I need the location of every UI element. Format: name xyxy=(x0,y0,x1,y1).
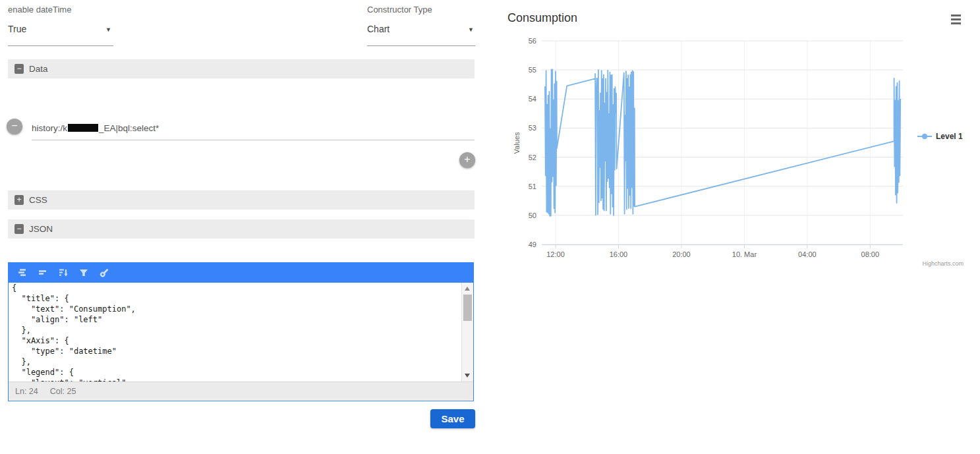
code-line: "layout": "vertical" xyxy=(9,378,473,382)
y-tick-label: 53 xyxy=(529,124,536,132)
y-tick-label: 54 xyxy=(529,95,536,103)
enable-datetime-underline xyxy=(8,45,113,46)
json-editor: { "title": { "text": "Consumption", "ali… xyxy=(8,262,474,401)
code-line: "xAxis": { xyxy=(9,335,473,346)
code-line: "legend": { xyxy=(9,367,473,378)
editor-scrollbar[interactable] xyxy=(461,283,473,382)
x-tick-label: 16:00 xyxy=(610,250,628,258)
code-line: "type": "datetime" xyxy=(9,346,473,356)
save-button[interactable]: Save xyxy=(430,409,475,428)
x-tick-label: 12:00 xyxy=(546,250,565,258)
y-tick-label: 55 xyxy=(529,66,536,74)
y-tick-label: 49 xyxy=(529,241,536,248)
code-line: "align": "left" xyxy=(9,314,473,325)
add-binding-button[interactable]: + xyxy=(459,152,475,168)
repair-icon[interactable] xyxy=(98,267,110,279)
json-section-header[interactable]: − JSON xyxy=(8,219,475,239)
x-tick-label: 04:00 xyxy=(798,250,817,258)
remove-binding-button[interactable]: − xyxy=(7,119,22,134)
chevron-down-icon[interactable]: ▼ xyxy=(468,26,474,33)
constructor-type-select[interactable]: Chart xyxy=(367,24,389,34)
collapse-minus-icon[interactable]: − xyxy=(14,64,24,74)
scroll-up-icon[interactable] xyxy=(465,287,470,291)
code-line: }, xyxy=(9,325,473,335)
history-binding-underline xyxy=(32,140,475,140)
history-binding-suffix: _EA|bql:select* xyxy=(99,123,159,133)
scroll-down-icon[interactable] xyxy=(465,374,470,378)
legend-item-level-1[interactable]: Level 1 xyxy=(917,132,963,141)
chart-title: Consumption xyxy=(507,11,577,24)
history-binding-input[interactable]: history:/k_EA|bql:select* xyxy=(32,123,159,133)
y-tick-label: 50 xyxy=(529,212,536,219)
css-section-label: CSS xyxy=(29,195,47,205)
code-line: }, xyxy=(9,356,473,367)
code-line: { xyxy=(9,283,473,293)
dashboard-config-page: enable dateTime True ▼ Constructor Type … xyxy=(0,0,980,454)
legend-label: Level 1 xyxy=(936,132,963,141)
code-line: "text": "Consumption", xyxy=(9,304,473,314)
cursor-col-indicator: Col: 25 xyxy=(50,387,76,396)
constructor-type-label: Constructor Type xyxy=(367,5,432,14)
json-code-area[interactable]: { "title": { "text": "Consumption", "ali… xyxy=(9,283,473,382)
filter-transform-icon[interactable] xyxy=(78,267,90,279)
highcharts-credit[interactable]: Highcharts.com xyxy=(922,260,964,267)
y-tick-label: 51 xyxy=(529,183,536,190)
y-tick-label: 56 xyxy=(529,37,536,45)
x-tick-label: 08:00 xyxy=(861,250,880,258)
chart-context-menu-icon[interactable] xyxy=(951,14,962,25)
x-tick-label: 10. Mar xyxy=(732,250,757,258)
collapse-minus-icon[interactable]: − xyxy=(14,224,24,234)
code-lines: { "title": { "text": "Consumption", "ali… xyxy=(9,283,473,382)
cursor-line-indicator: Ln: 24 xyxy=(15,387,38,396)
y-tick-label: 52 xyxy=(529,154,536,161)
constructor-type-underline xyxy=(367,45,475,46)
format-icon[interactable] xyxy=(16,267,28,279)
editor-status-bar: Ln: 24 Col: 25 xyxy=(9,382,473,400)
sort-icon[interactable] xyxy=(57,267,69,279)
code-line: "title": { xyxy=(9,293,473,304)
expand-plus-icon[interactable]: + xyxy=(14,195,24,205)
chevron-down-icon[interactable]: ▼ xyxy=(105,26,111,33)
history-binding-prefix: history:/k xyxy=(32,123,67,133)
series-line-level-1[interactable] xyxy=(545,69,900,215)
data-section-label: Data xyxy=(29,64,48,74)
legend-marker-icon xyxy=(922,134,927,139)
scrollbar-thumb[interactable] xyxy=(463,295,472,321)
x-tick-label: 20:00 xyxy=(672,250,691,258)
json-editor-toolbar xyxy=(9,263,473,283)
redaction-block xyxy=(68,124,98,132)
enable-datetime-select[interactable]: True xyxy=(8,24,26,34)
consumption-chart: Consumption 495051525354555612:0016:0020… xyxy=(498,0,980,277)
json-section-label: JSON xyxy=(29,224,53,234)
data-section-header[interactable]: − Data xyxy=(8,59,475,78)
css-section-header[interactable]: + CSS xyxy=(8,190,475,210)
compact-icon[interactable] xyxy=(37,267,49,279)
enable-datetime-label: enable dateTime xyxy=(8,5,71,14)
y-axis-title: Values xyxy=(513,132,521,154)
